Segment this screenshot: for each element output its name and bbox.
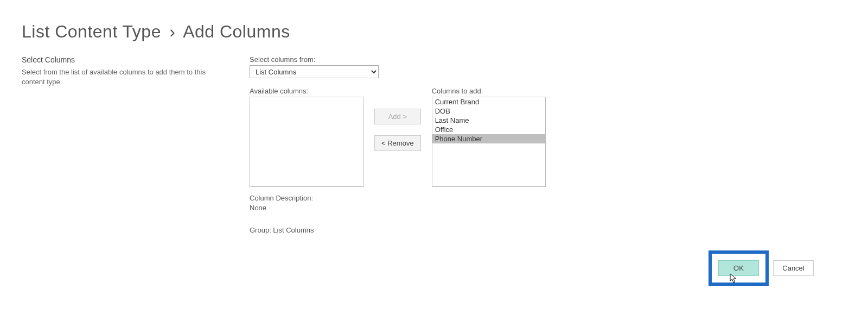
section-description: Select from the list of available column… bbox=[22, 67, 228, 87]
list-item[interactable]: DOB bbox=[432, 106, 545, 116]
list-item[interactable]: Office bbox=[432, 125, 545, 134]
columns-to-add-label: Columns to add: bbox=[432, 87, 546, 95]
select-columns-from-dropdown[interactable]: List Columns bbox=[250, 65, 379, 78]
breadcrumb-separator-icon: › bbox=[169, 22, 175, 41]
footer-buttons: OK Cancel bbox=[22, 250, 846, 286]
remove-button[interactable]: < Remove bbox=[374, 135, 421, 151]
list-item[interactable]: Current Brand bbox=[432, 97, 545, 106]
column-description-value: None bbox=[250, 203, 846, 213]
available-columns-listbox[interactable] bbox=[250, 97, 363, 187]
section-heading: Select Columns bbox=[22, 55, 228, 64]
list-item[interactable]: Phone Number bbox=[432, 134, 545, 143]
page-title: List Content Type › Add Columns bbox=[22, 22, 846, 42]
left-panel: Select Columns Select from the list of a… bbox=[22, 55, 228, 234]
group-prefix: Group: bbox=[250, 226, 273, 234]
add-button[interactable]: Add > bbox=[374, 109, 421, 124]
ok-button[interactable]: OK bbox=[718, 260, 759, 276]
cancel-button[interactable]: Cancel bbox=[773, 260, 814, 276]
breadcrumb-parent[interactable]: List Content Type bbox=[22, 22, 161, 41]
group-value: List Columns bbox=[273, 226, 314, 234]
ok-highlight-box: OK bbox=[709, 250, 769, 286]
list-item[interactable]: Last Name bbox=[432, 116, 545, 125]
available-columns-label: Available columns: bbox=[250, 87, 363, 95]
select-from-label: Select columns from: bbox=[250, 55, 846, 64]
main-panel: Select columns from: List Columns Availa… bbox=[250, 55, 846, 234]
columns-to-add-listbox[interactable]: Current BrandDOBLast NameOfficePhone Num… bbox=[432, 97, 546, 187]
breadcrumb-current: Add Columns bbox=[183, 22, 290, 41]
column-description-label: Column Description: bbox=[250, 193, 846, 203]
